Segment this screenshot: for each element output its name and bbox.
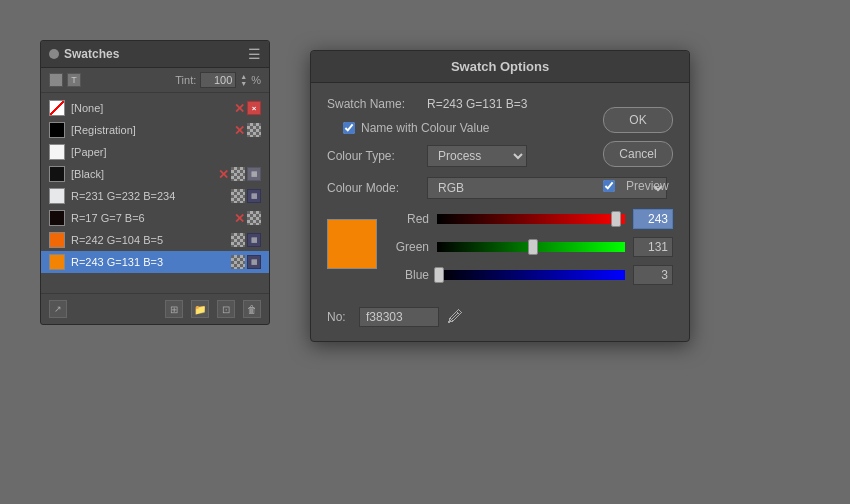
swatch-name-1: R=231 G=232 B=234 <box>71 190 225 202</box>
tint-percent: % <box>251 74 261 86</box>
type-icon-4 <box>231 255 245 269</box>
swatch-row-4[interactable]: R=243 G=131 B=3 ▦ <box>41 251 269 273</box>
toolbar-text-icon[interactable]: T <box>67 73 81 87</box>
swatch-row-1[interactable]: R=231 G=232 B=234 ▦ <box>41 185 269 207</box>
swatch-name-label: Swatch Name: <box>327 97 427 111</box>
swatch-name-black: [Black] <box>71 168 212 180</box>
green-slider-thumb[interactable] <box>528 239 538 255</box>
panel-title: Swatches <box>64 47 119 61</box>
red-slider-row: Red <box>393 209 673 229</box>
swatch-color-2 <box>49 210 65 226</box>
swatch-color-1 <box>49 188 65 204</box>
color-preview-swatch <box>327 219 377 269</box>
swatch-row-registration[interactable]: [Registration] ✕ <box>41 119 269 141</box>
rgb-icon-1: ▦ <box>247 189 261 203</box>
swatch-row-2[interactable]: R=17 G=7 B=6 ✕ <box>41 207 269 229</box>
blue-label: Blue <box>393 268 429 282</box>
swatch-icons-none: ✕ × <box>234 101 261 116</box>
delete-icon-black: ✕ <box>218 167 229 182</box>
swatch-name-2: R=17 G=7 B=6 <box>71 212 228 224</box>
type-icon-reg <box>247 123 261 137</box>
eyedropper-icon[interactable]: 🖉 <box>447 308 463 326</box>
preview-row: Preview <box>603 179 673 193</box>
name-colour-value-checkbox[interactable] <box>343 122 355 134</box>
swatches-list: [None] ✕ × [Registration] ✕ [Paper] [Bla… <box>41 93 269 293</box>
type-icon-2 <box>247 211 261 225</box>
swatch-row-3[interactable]: R=242 G=104 B=5 ▦ <box>41 229 269 251</box>
hex-input[interactable] <box>359 307 439 327</box>
swatch-color-paper <box>49 144 65 160</box>
new-swatch-icon[interactable]: 📁 <box>191 300 209 318</box>
panel-title-left: Swatches <box>49 47 119 61</box>
type-icon-black <box>231 167 245 181</box>
swatches-panel: Swatches ☰ T Tint: ▲ ▼ % [None] ✕ × [Reg… <box>40 40 270 325</box>
swatch-color-registration <box>49 122 65 138</box>
color-preview-area: Red Green Blue <box>327 209 673 293</box>
colour-type-select[interactable]: Process Spot <box>427 145 527 167</box>
delete-icon-reg: ✕ <box>234 123 245 138</box>
panel-menu-icon[interactable]: ☰ <box>248 46 261 62</box>
swatch-icons-3: ▦ <box>231 233 261 247</box>
red-value-input[interactable] <box>633 209 673 229</box>
tint-input[interactable] <box>200 72 236 88</box>
hex-label: No: <box>327 310 351 324</box>
delete-icon-2: ✕ <box>234 211 245 226</box>
swatch-row-paper[interactable]: [Paper] <box>41 141 269 163</box>
swatch-name-paper: [Paper] <box>71 146 261 158</box>
preview-checkbox[interactable] <box>603 180 615 192</box>
tint-stepper[interactable]: ▲ ▼ <box>240 73 247 87</box>
new-swatch-from-color-icon[interactable]: ↗ <box>49 300 67 318</box>
ok-button[interactable]: OK <box>603 107 673 133</box>
swatch-color-black <box>49 166 65 182</box>
blue-slider-row: Blue <box>393 265 673 285</box>
swatch-name-3: R=242 G=104 B=5 <box>71 234 225 246</box>
green-slider-row: Green <box>393 237 673 257</box>
name-colour-value-label: Name with Colour Value <box>361 121 490 135</box>
red-slider-track[interactable] <box>437 214 625 224</box>
cancel-button[interactable]: Cancel <box>603 141 673 167</box>
swatch-icons-registration: ✕ <box>234 123 261 138</box>
swatch-color-none <box>49 100 65 116</box>
swatch-name-none: [None] <box>71 102 228 114</box>
swatch-row-none[interactable]: [None] ✕ × <box>41 97 269 119</box>
swatch-icons-4: ▦ <box>231 255 261 269</box>
blue-slider-thumb[interactable] <box>434 267 444 283</box>
dialog-title: Swatch Options <box>451 59 549 74</box>
type-icon-none: × <box>247 101 261 115</box>
preview-label: Preview <box>626 179 669 193</box>
panel-close-button[interactable] <box>49 49 59 59</box>
delete-swatch-icon[interactable]: 🗑 <box>243 300 261 318</box>
panel-titlebar: Swatches ☰ <box>41 41 269 68</box>
delete-icon-none: ✕ <box>234 101 245 116</box>
rgb-icon-3: ▦ <box>247 233 261 247</box>
swatch-color-4 <box>49 254 65 270</box>
swatch-icons-black: ✕ ▦ <box>218 167 261 182</box>
type-icon-3 <box>231 233 245 247</box>
swatch-name-registration: [Registration] <box>71 124 228 136</box>
type-icon-1 <box>231 189 245 203</box>
red-slider-thumb[interactable] <box>611 211 621 227</box>
new-color-group-icon[interactable]: ⊞ <box>165 300 183 318</box>
swatch-icons-2: ✕ <box>234 211 261 226</box>
swatch-options-dialog: Swatch Options Swatch Name: R=243 G=131 … <box>310 50 690 342</box>
cmyk-icon-black: ▦ <box>247 167 261 181</box>
green-label: Green <box>393 240 429 254</box>
swatch-icons-1: ▦ <box>231 189 261 203</box>
swatch-name-4: R=243 G=131 B=3 <box>71 256 225 268</box>
blue-value-input[interactable] <box>633 265 673 285</box>
swatch-name-value: R=243 G=131 B=3 <box>427 97 527 111</box>
hex-row: No: 🖉 <box>327 307 673 327</box>
colour-type-label: Colour Type: <box>327 149 427 163</box>
swatch-color-3 <box>49 232 65 248</box>
green-slider-track[interactable] <box>437 242 625 252</box>
dialog-titlebar: Swatch Options <box>311 51 689 83</box>
swatch-row-black[interactable]: [Black] ✕ ▦ <box>41 163 269 185</box>
red-label: Red <box>393 212 429 226</box>
dialog-buttons: OK Cancel Preview <box>603 107 673 193</box>
tint-label: Tint: <box>175 74 196 86</box>
toolbar-fill-icon[interactable] <box>49 73 63 87</box>
green-value-input[interactable] <box>633 237 673 257</box>
sliders-area: Red Green Blue <box>393 209 673 293</box>
swatch-options-icon[interactable]: ⊡ <box>217 300 235 318</box>
blue-slider-track[interactable] <box>437 270 625 280</box>
